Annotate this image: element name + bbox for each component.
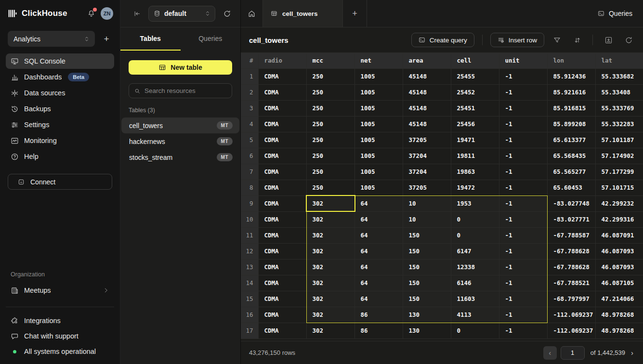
cell-lat[interactable]: 48.978268 [595,323,643,338]
sidebar-item-help[interactable]: Help [6,149,114,164]
cell-radio[interactable]: CDMA [258,164,306,180]
cell-lat[interactable]: 55.333769 [595,100,643,116]
search-resources-input[interactable] [144,87,227,94]
cell-cell[interactable]: 19471 [451,132,499,148]
row-number[interactable]: 17 [241,323,258,338]
cell-lon[interactable]: -112.069237 [547,307,595,323]
status-indicator[interactable]: All systems operational [6,344,114,359]
row-number[interactable]: 13 [241,259,258,275]
cell-mcc[interactable]: 302 [306,323,354,338]
cell-unit[interactable]: -1 [499,164,547,180]
cell-mcc[interactable]: 302 [306,259,354,275]
download-button[interactable] [601,33,616,47]
row-number[interactable]: 11 [241,227,258,243]
cell-lon[interactable]: -67.788587 [547,227,595,243]
row-number[interactable]: 15 [241,291,258,307]
cell-unit[interactable]: -1 [499,84,547,100]
cell-mcc[interactable]: 250 [306,148,354,164]
column-header-cell[interactable]: cell [451,53,499,68]
cell-net[interactable]: 1005 [354,68,403,84]
cell-net[interactable]: 64 [354,243,403,259]
avatar[interactable]: ZN [101,7,113,20]
cell-net[interactable]: 86 [354,323,403,338]
row-number[interactable]: 10 [241,211,258,227]
cell-lat[interactable]: 46.087093 [595,259,643,275]
cell-mcc[interactable]: 302 [306,275,354,291]
cell-radio[interactable]: CDMA [258,307,306,323]
cell-lon[interactable]: 65.613377 [547,132,595,148]
row-number[interactable]: 7 [241,164,258,180]
cell-cell[interactable]: 0 [451,323,499,338]
tab-tables[interactable]: Tables [120,27,181,51]
cell-mcc[interactable]: 250 [306,116,354,132]
cell-net[interactable]: 1005 [354,148,403,164]
cell-mcc[interactable]: 250 [306,84,354,100]
cell-lon[interactable]: 85.899208 [547,116,595,132]
cell-net[interactable]: 64 [354,291,403,307]
cell-net[interactable]: 64 [354,195,403,211]
cell-unit[interactable]: -1 [499,180,547,195]
cell-mcc[interactable]: 302 [306,307,354,323]
column-header-lon[interactable]: lon [547,53,595,68]
cell-lon[interactable]: -112.069237 [547,323,595,338]
column-header-mcc[interactable]: mcc [306,53,354,68]
cell-cell[interactable]: 11603 [451,291,499,307]
cell-cell[interactable]: 1953 [451,195,499,211]
cell-unit[interactable]: -1 [499,243,547,259]
cell-net[interactable]: 1005 [354,100,403,116]
sidebar-item-dashboards[interactable]: Dashboards Beta [6,69,114,85]
sidebar-item-chat-support[interactable]: Chat with support [6,328,114,344]
sidebar-item-meetups[interactable]: Meetups [6,283,114,298]
page-number-input[interactable] [561,346,585,360]
cell-lat[interactable]: 42.299316 [595,211,643,227]
cell-lat[interactable]: 46.087091 [595,227,643,243]
cell-net[interactable]: 64 [354,259,403,275]
cell-area[interactable]: 130 [403,307,451,323]
column-header-index[interactable]: # [241,53,258,68]
cell-cell[interactable]: 25456 [451,116,499,132]
cell-area[interactable]: 10 [403,195,451,211]
cell-net[interactable]: 1005 [354,116,403,132]
row-number[interactable]: 8 [241,180,258,195]
cell-lon[interactable]: -67.788521 [547,275,595,291]
cell-radio[interactable]: CDMA [258,100,306,116]
cell-radio[interactable]: CDMA [258,68,306,84]
cell-lat[interactable]: 47.214066 [595,291,643,307]
home-tab-button[interactable] [241,0,263,27]
cell-cell[interactable]: 12338 [451,259,499,275]
database-select[interactable]: default [148,6,215,22]
cell-unit[interactable]: -1 [499,291,547,307]
cell-radio[interactable]: CDMA [258,243,306,259]
cell-radio[interactable]: CDMA [258,259,306,275]
sidebar-item-backups[interactable]: Backups [6,101,114,117]
connect-button[interactable]: Connect [8,174,112,190]
add-service-button[interactable]: + [101,34,112,44]
row-number[interactable]: 1 [241,68,258,84]
cell-unit[interactable]: -1 [499,259,547,275]
cell-radio[interactable]: CDMA [258,275,306,291]
new-tab-button[interactable]: + [343,0,367,27]
cell-lon[interactable]: 85.916815 [547,100,595,116]
cell-lat[interactable]: 57.174902 [595,148,643,164]
cell-mcc[interactable]: 302 [306,211,354,227]
cell-lat[interactable]: 46.087105 [595,275,643,291]
row-number[interactable]: 12 [241,243,258,259]
cell-lat[interactable]: 48.978268 [595,307,643,323]
cell-net[interactable]: 1005 [354,180,403,195]
cell-area[interactable]: 150 [403,243,451,259]
cell-lon[interactable]: -83.027748 [547,195,595,211]
cell-lat[interactable]: 57.177299 [595,164,643,180]
tab-cell-towers[interactable]: cell_towers [263,0,343,27]
workspace-select[interactable]: Analytics [8,31,95,47]
row-number[interactable]: 3 [241,100,258,116]
cell-cell[interactable]: 25451 [451,100,499,116]
cell-cell[interactable]: 6147 [451,243,499,259]
cell-lon[interactable]: -68.797997 [547,291,595,307]
insert-row-button[interactable]: Insert row [490,33,544,47]
cell-area[interactable]: 10 [403,211,451,227]
sidebar-item-integrations[interactable]: Integrations [6,313,114,328]
cell-net[interactable]: 64 [354,227,403,243]
cell-unit[interactable]: -1 [499,195,547,211]
cell-unit[interactable]: -1 [499,132,547,148]
column-header-unit[interactable]: unit [499,53,547,68]
